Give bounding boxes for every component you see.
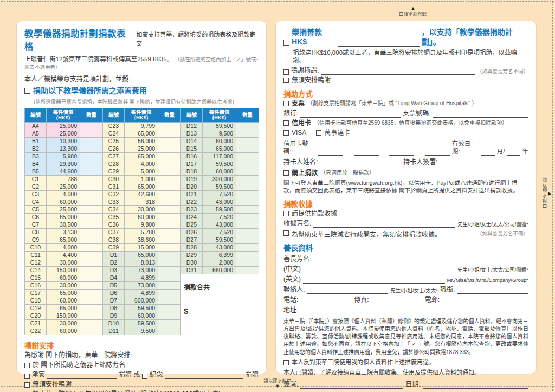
quantity-cell[interactable]: [158, 160, 181, 168]
online-donation-checkbox[interactable]: [283, 170, 289, 176]
card-number-field-4[interactable]: [425, 149, 450, 156]
no-ack-engrave-checkbox[interactable]: [24, 382, 30, 388]
quantity-cell[interactable]: [236, 183, 259, 191]
quantity-cell[interactable]: [236, 267, 259, 274]
contact-field[interactable]: [307, 287, 388, 294]
card-number-field-1[interactable]: [318, 149, 343, 156]
fax-field[interactable]: [371, 297, 423, 304]
quantity-cell[interactable]: [80, 168, 103, 176]
donation-total-cell[interactable]: 捐款合共$: [181, 274, 259, 335]
provide-receipt-checkbox[interactable]: [283, 211, 289, 216]
donate-equipment-checkbox[interactable]: [24, 88, 30, 94]
quantity-cell[interactable]: [158, 252, 181, 259]
quantity-cell[interactable]: [80, 160, 103, 168]
memorial-field[interactable]: [165, 372, 243, 379]
quantity-cell[interactable]: [236, 236, 259, 244]
quantity-cell[interactable]: [158, 206, 181, 214]
tel-field[interactable]: [300, 297, 352, 304]
quantity-cell[interactable]: [236, 206, 259, 214]
quantity-cell[interactable]: [158, 191, 181, 198]
quantity-cell[interactable]: [80, 221, 103, 229]
quantity-cell[interactable]: [236, 168, 259, 176]
post-field[interactable]: [457, 287, 528, 294]
quantity-cell[interactable]: [236, 214, 259, 221]
quantity-cell[interactable]: [80, 274, 103, 282]
quantity-cell[interactable]: [80, 176, 103, 183]
quantity-cell[interactable]: [158, 259, 181, 267]
donated-by-field[interactable]: [47, 372, 117, 379]
quantity-cell[interactable]: [158, 214, 181, 221]
quantity-cell[interactable]: [80, 252, 103, 259]
quantity-cell[interactable]: [236, 244, 259, 252]
quantity-cell[interactable]: [80, 327, 103, 335]
quantity-cell[interactable]: [80, 198, 103, 206]
quantity-cell[interactable]: [236, 138, 259, 145]
donor-cn-field[interactable]: [303, 266, 455, 273]
visa-checkbox[interactable]: [283, 130, 289, 136]
quantity-cell[interactable]: [236, 259, 259, 267]
date-field[interactable]: [423, 382, 528, 389]
signature-field[interactable]: [300, 382, 403, 389]
quantity-cell[interactable]: [158, 168, 181, 176]
address-field[interactable]: [300, 307, 528, 314]
quantity-cell[interactable]: [80, 138, 103, 145]
quantity-cell[interactable]: [236, 176, 259, 183]
quantity-cell[interactable]: [80, 123, 103, 130]
quantity-cell[interactable]: [158, 244, 181, 252]
quantity-cell[interactable]: [158, 229, 181, 236]
quantity-cell[interactable]: [158, 297, 181, 305]
cardholder-sign-field[interactable]: [440, 159, 528, 166]
quantity-cell[interactable]: [80, 206, 103, 214]
quantity-cell[interactable]: [158, 327, 181, 335]
quantity-cell[interactable]: [236, 252, 259, 259]
cheque-no-field[interactable]: [433, 111, 528, 118]
quantity-cell[interactable]: [236, 229, 259, 236]
cheque-checkbox[interactable]: [283, 101, 289, 106]
quantity-cell[interactable]: [80, 320, 103, 327]
donated-by-checkbox[interactable]: [24, 374, 30, 379]
quantity-cell[interactable]: [158, 305, 181, 312]
quantity-cell[interactable]: [80, 145, 103, 153]
quantity-cell[interactable]: [236, 123, 259, 130]
quantity-cell[interactable]: [236, 153, 259, 160]
quantity-cell[interactable]: [80, 130, 103, 138]
bank-field[interactable]: [300, 111, 401, 118]
no-ack-checkbox[interactable]: [283, 78, 289, 83]
quantity-cell[interactable]: [80, 290, 103, 297]
quantity-cell[interactable]: [158, 138, 181, 145]
quantity-cell[interactable]: [158, 123, 181, 130]
no-receipt-checkbox[interactable]: [283, 230, 289, 236]
quantity-cell[interactable]: [158, 312, 181, 320]
cardholder-field[interactable]: [320, 159, 401, 166]
donor-en-field[interactable]: [303, 277, 445, 284]
privacy-objection-checkbox[interactable]: [283, 360, 289, 365]
quantity-cell[interactable]: [236, 160, 259, 168]
cash-donation-checkbox[interactable]: [283, 40, 289, 46]
email-field[interactable]: [442, 297, 528, 304]
quantity-cell[interactable]: [80, 214, 103, 221]
quantity-cell[interactable]: [80, 267, 103, 274]
quantity-cell[interactable]: [236, 191, 259, 198]
cash-amount-field[interactable]: [338, 40, 420, 47]
ack-name-checkbox[interactable]: [283, 69, 289, 75]
quantity-cell[interactable]: [236, 221, 259, 229]
quantity-cell[interactable]: [236, 130, 259, 138]
mastercard-checkbox[interactable]: [316, 130, 321, 136]
quantity-cell[interactable]: [80, 282, 103, 290]
quantity-cell[interactable]: [80, 297, 103, 305]
engrave-name-checkbox[interactable]: [24, 363, 30, 368]
quantity-cell[interactable]: [158, 183, 181, 191]
quantity-cell[interactable]: [158, 145, 181, 153]
quantity-cell[interactable]: [236, 145, 259, 153]
quantity-cell[interactable]: [80, 305, 103, 312]
quantity-cell[interactable]: [158, 153, 181, 160]
quantity-cell[interactable]: [158, 274, 181, 282]
quantity-cell[interactable]: [158, 176, 181, 183]
quantity-cell[interactable]: [80, 244, 103, 252]
quantity-cell[interactable]: [158, 130, 181, 138]
expiry-year-field[interactable]: [507, 149, 520, 156]
expiry-month-field[interactable]: [481, 149, 495, 156]
quantity-cell[interactable]: [158, 290, 181, 297]
quantity-cell[interactable]: [80, 183, 103, 191]
quantity-cell[interactable]: [80, 236, 103, 244]
